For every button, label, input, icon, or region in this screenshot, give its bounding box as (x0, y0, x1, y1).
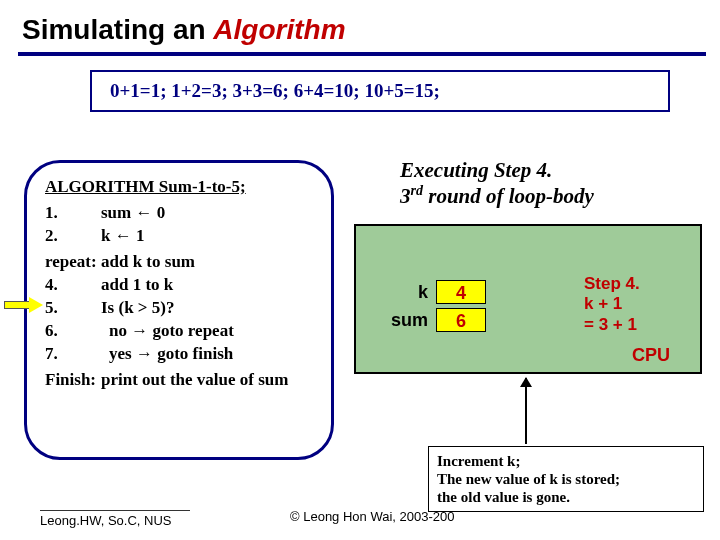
var-sum-value: 6 (436, 308, 486, 332)
note-box: Increment k; The new value of k is store… (428, 446, 704, 512)
footer-author: Leong.HW, So.C, NUS (40, 510, 190, 528)
cpu-label: CPU (632, 345, 670, 366)
algorithm-box: ALGORITHM Sum-1-to-5; 1. sum ← 0 2. k ← … (24, 160, 334, 460)
current-line-pointer-icon (4, 298, 44, 312)
title-pre: Simulating an (22, 14, 213, 45)
algo-line-current: 4. add 1 to k (45, 275, 313, 295)
algo-line: 1. sum ← 0 (45, 203, 313, 223)
sums-box: 0+1=1; 1+2=3; 3+3=6; 6+4=10; 10+5=15; (90, 70, 670, 112)
var-k-label: k (382, 282, 428, 303)
footer-copyright: © Leong Hon Wai, 2003-200 (290, 509, 454, 524)
variable-table: k 4 sum 6 (382, 280, 486, 336)
table-row: k 4 (382, 280, 486, 304)
step-note: Step 4. k + 1 = 3 + 1 (584, 274, 640, 335)
algo-line: 5. Is (k > 5)? (45, 298, 313, 318)
algo-line: Finish: print out the value of sum (45, 370, 313, 390)
table-row: sum 6 (382, 308, 486, 332)
algo-line: repeat: add k to sum (45, 252, 313, 272)
slide-title: Simulating an Algorithm (0, 0, 720, 52)
title-rule (18, 52, 706, 56)
execution-caption: Executing Step 4. 3rd round of loop-body (400, 158, 700, 209)
algo-line: 7. yes → goto finish (45, 344, 313, 364)
cpu-box: k 4 sum 6 Step 4. k + 1 = 3 + 1 CPU (354, 224, 702, 374)
var-k-value: 4 (436, 280, 486, 304)
algo-line: 6. no → goto repeat (45, 321, 313, 341)
title-accent: Algorithm (213, 14, 345, 45)
var-sum-label: sum (382, 310, 428, 331)
algorithm-heading: ALGORITHM Sum-1-to-5; (45, 177, 313, 197)
sums-text: 0+1=1; 1+2=3; 3+3=6; 6+4=10; 10+5=15; (110, 80, 440, 101)
algo-line: 2. k ← 1 (45, 226, 313, 246)
arrow-up-icon (525, 378, 527, 444)
